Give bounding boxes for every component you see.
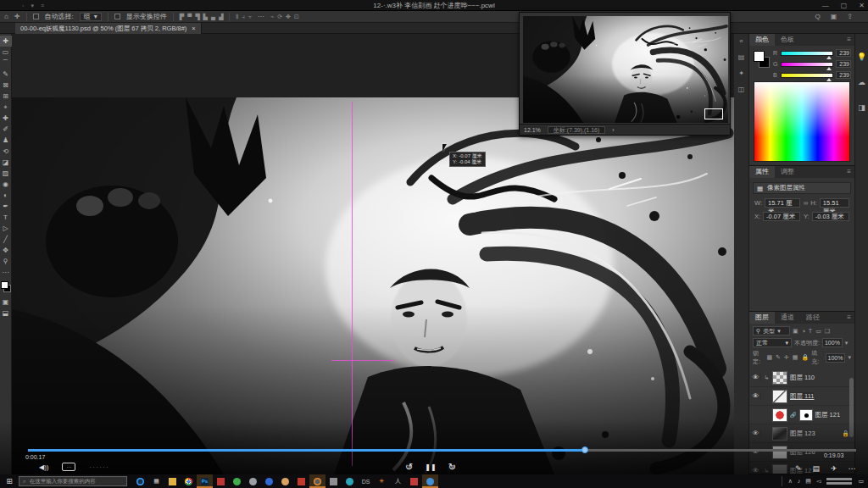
distribute-icon[interactable]: ⫴ [236, 14, 238, 20]
slider-thumb[interactable] [826, 67, 832, 70]
taskbar-icon-shield-app[interactable] [293, 474, 309, 488]
layer-filter-dropdown[interactable]: ⚲类型▾ [753, 326, 790, 336]
maximize-button[interactable]: ▢ [841, 0, 848, 11]
taskbar-search-input[interactable]: ⌕ 在这里输入你要搜索的内容 [19, 476, 127, 486]
align-icon[interactable]: ▀ [187, 14, 192, 20]
player-progress-bar[interactable] [28, 449, 856, 452]
collapsed-panel-icon[interactable]: ☁ [858, 78, 865, 86]
lock-icon[interactable]: ✎ [776, 354, 781, 361]
tool-history-brush[interactable]: ⟲ [0, 146, 12, 157]
panel-menu-icon[interactable]: ≡ [847, 166, 854, 178]
player-control-icon[interactable]: ✈ [831, 464, 837, 473]
tool-eraser[interactable]: ◪ [0, 157, 12, 168]
align-icon[interactable]: ▛ [180, 14, 184, 20]
forward-30-button[interactable]: ↻30 [448, 462, 456, 473]
more-options-icon[interactable]: ··· [258, 13, 264, 20]
taskbar-icon-blue-app-2[interactable] [422, 474, 438, 488]
document-tab[interactable]: 00-00-eq妖狐魔1130.psd @ 50% (图层 67 拷贝 2, R… [15, 23, 202, 34]
taskbar-icon-green-app[interactable] [229, 474, 245, 488]
auto-select-dropdown[interactable]: 组▾ [80, 13, 102, 21]
rewind-10-button[interactable]: ↺10 [405, 462, 413, 473]
layer-thumbnail[interactable] [772, 390, 787, 403]
layer-thumbnail[interactable] [772, 464, 787, 475]
layer-row[interactable]: 👁↳图层 110 [749, 369, 854, 387]
options-extra-icon[interactable]: ⊡ [294, 14, 299, 20]
close-button[interactable]: ✕ [859, 0, 865, 11]
distribute-icon[interactable]: ⫟ [248, 14, 252, 20]
navigator-expand-icon[interactable]: › [612, 127, 614, 133]
distribute-icon[interactable]: ⫞ [242, 14, 245, 20]
taskbar-icon-cortana[interactable] [132, 474, 148, 488]
taskbar-icon-mic-app[interactable] [245, 474, 261, 488]
player-control-icon[interactable]: ✎ [795, 464, 802, 473]
tab-paths[interactable]: 路径 [800, 312, 826, 324]
dock-collapse-icon[interactable]: ▤ [738, 53, 745, 61]
height-field[interactable]: 15.51 厘米 [820, 198, 849, 208]
tool-hand[interactable]: ✥ [0, 245, 12, 256]
danmaku-icon[interactable]: ··· [62, 463, 75, 471]
taskbar-icon-person-app[interactable]: 人 [390, 474, 406, 488]
tool-line[interactable]: ╱ [0, 234, 12, 245]
align-icon[interactable]: ▙ [203, 14, 208, 20]
taskbar-icon-task-view[interactable]: ▦ [148, 474, 164, 488]
pause-button[interactable]: ❚❚ [425, 463, 436, 471]
player-control-icon[interactable]: ⋯ [849, 464, 856, 473]
slider-value-B[interactable]: 239 [836, 71, 851, 79]
navigator-zoom-value[interactable]: 12.1% [524, 127, 541, 133]
taskbar-icon-gray-square-app[interactable] [326, 474, 342, 488]
show-transform-checkbox[interactable] [114, 14, 120, 19]
taskbar-icon-file-explorer[interactable] [164, 474, 181, 488]
panel-menu-icon[interactable]: ≡ [847, 312, 854, 324]
x-field[interactable]: -0.07 厘米 [763, 212, 800, 221]
dock-collapse-icon[interactable]: ✦ [738, 69, 744, 77]
slider-track-R[interactable] [781, 51, 833, 56]
layer-mask-thumbnail[interactable] [799, 409, 813, 421]
color-spectrum[interactable] [754, 81, 850, 162]
width-field[interactable]: 15.71 厘米 [765, 198, 800, 208]
opacity-value[interactable]: 100% [822, 338, 843, 347]
layer-name[interactable]: 图层 111 [790, 392, 814, 401]
danmaku-hint[interactable]: · · · · · · [89, 464, 108, 470]
layer-row[interactable]: 👁图层 123🔒 [749, 424, 854, 443]
tray-icon[interactable]: ∧ [788, 478, 793, 485]
lock-icon[interactable]: ▩ [766, 354, 772, 361]
slider-value-R[interactable]: 239 [836, 49, 851, 57]
foreground-swatch[interactable] [1, 281, 8, 289]
taskbar-icon-chrome[interactable] [181, 474, 197, 488]
align-icon[interactable]: ▟ [219, 14, 223, 20]
taskbar-icon-red-app-2[interactable] [406, 474, 422, 488]
taskbar-clock[interactable] [826, 478, 852, 485]
auto-select-checkbox[interactable] [33, 14, 39, 19]
color-swatches[interactable] [0, 280, 12, 294]
tab-channels[interactable]: 通道 [775, 312, 800, 324]
lock-icon[interactable]: 🔒 [801, 354, 809, 361]
taskbar-icon-photoshop[interactable]: Ps [197, 474, 213, 488]
tool-blur[interactable]: ◉ [0, 179, 12, 190]
notification-icon[interactable]: ▭ [858, 478, 864, 485]
options-extra-icon[interactable]: ⌁ [270, 14, 274, 20]
lock-icon[interactable]: ▦ [793, 354, 798, 361]
taskbar-icon-edge[interactable] [342, 474, 358, 488]
tool-edit-toolbar[interactable]: ⋯ [0, 267, 12, 278]
tool-crop[interactable]: ⊠ [0, 80, 12, 91]
tab-color[interactable]: 颜色 [749, 34, 775, 46]
layers-scrollbar[interactable] [849, 378, 854, 437]
layer-filter-icon[interactable]: ▣ [793, 328, 798, 335]
link-dimensions-icon[interactable]: ∞ [804, 199, 808, 207]
panel-menu-icon[interactable]: ≡ [847, 34, 854, 46]
navigator-viewbox[interactable] [704, 108, 723, 119]
navigator-preview[interactable] [523, 16, 728, 123]
tool-frame[interactable]: ⊞ [0, 91, 12, 102]
move-tool-icon[interactable]: ✛ [14, 13, 20, 20]
tool-pen[interactable]: ✒ [0, 201, 12, 212]
tab-adjustments[interactable]: 调整 [775, 166, 800, 178]
tab-swatches[interactable]: 色板 [775, 34, 800, 46]
dock-collapse-icon[interactable]: ◫ [738, 86, 745, 93]
tab-properties[interactable]: 属性 [749, 166, 775, 178]
share-icon[interactable]: ⇪ [847, 13, 853, 20]
tray-icon[interactable]: ▤ [805, 478, 811, 485]
home-icon[interactable]: ⌂ [4, 13, 8, 20]
start-button[interactable]: ⊞ [0, 477, 19, 485]
collapsed-panel-icon[interactable]: ◨ [858, 103, 865, 112]
tray-icon[interactable]: ◅ [816, 478, 821, 485]
